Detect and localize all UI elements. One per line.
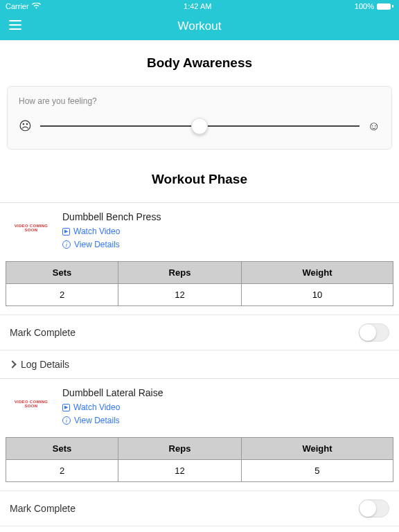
chevron-right-icon (8, 360, 16, 368)
info-icon: i (62, 240, 71, 249)
carrier-label: Carrier (6, 2, 29, 10)
section-title-phase: Workout Phase (0, 157, 399, 202)
exercise-thumbnail[interactable]: VIDEO COMING SOON (10, 387, 53, 420)
view-details-link[interactable]: iView Details (62, 416, 389, 425)
view-details-link[interactable]: iView Details (62, 240, 389, 249)
exercise-name: Dumbbell Lateral Raise (62, 387, 389, 398)
mark-complete-toggle[interactable] (359, 499, 389, 517)
nav-bar: Workout (0, 12, 399, 40)
video-icon: ▶ (62, 404, 70, 411)
log-details-label: Log Details (21, 359, 69, 370)
exercise-card: VIDEO COMING SOON Dumbbell Bench Press ▶… (0, 202, 399, 378)
col-sets: Sets (6, 438, 118, 460)
info-icon: i (62, 416, 71, 425)
col-weight: Weight (241, 262, 393, 284)
section-title-awareness: Body Awareness (0, 40, 399, 86)
page-title: Workout (178, 19, 222, 33)
video-icon: ▶ (62, 228, 70, 236)
battery-icon (377, 3, 393, 10)
feeling-slider[interactable] (40, 125, 360, 127)
happy-face-icon: ☺ (368, 119, 380, 134)
watch-video-link[interactable]: ▶Watch Video (62, 227, 389, 236)
exercise-thumbnail[interactable]: VIDEO COMING SOON (10, 211, 53, 245)
watch-video-link[interactable]: ▶Watch Video (62, 402, 389, 412)
mark-complete-row: Mark Complete (0, 490, 399, 526)
col-reps: Reps (118, 262, 242, 284)
mark-complete-toggle[interactable] (359, 323, 389, 342)
wifi-icon (32, 2, 41, 10)
mark-complete-label: Mark Complete (10, 503, 76, 514)
mark-complete-label: Mark Complete (10, 327, 76, 338)
mark-complete-row: Mark Complete (0, 314, 399, 351)
slider-thumb[interactable] (191, 118, 208, 134)
status-time: 1:42 AM (184, 2, 211, 10)
exercise-name: Dumbbell Bench Press (62, 211, 389, 222)
log-details-row[interactable]: Log Details (0, 526, 399, 532)
status-bar: Carrier 1:42 AM 100% (0, 0, 399, 12)
feeling-label: How are you feeling? (19, 96, 380, 106)
table-row: 2125 (6, 460, 393, 482)
exercise-table: SetsRepsWeight 2125 (6, 437, 393, 482)
menu-button[interactable] (8, 18, 22, 35)
col-weight: Weight (241, 438, 393, 460)
exercise-card: VIDEO COMING SOON Dumbbell Lateral Raise… (0, 378, 399, 532)
log-details-row[interactable]: Log Details (0, 351, 399, 378)
table-row: 21210 (6, 284, 393, 306)
feeling-card: How are you feeling? ☹ ☺ (7, 86, 392, 150)
col-sets: Sets (6, 262, 118, 284)
battery-label: 100% (355, 2, 374, 10)
sad-face-icon: ☹ (19, 118, 32, 134)
exercise-table: SetsRepsWeight 21210 (6, 261, 393, 306)
col-reps: Reps (118, 438, 242, 460)
